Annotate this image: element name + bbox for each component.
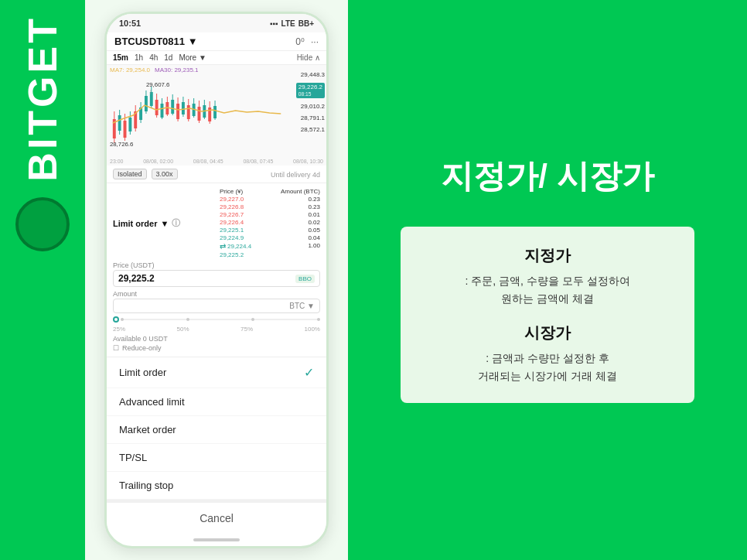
- ob-row-7: ⇄29,224.4 1.00: [220, 242, 320, 251]
- ob-row-1: 29,227.0 0.23: [220, 196, 320, 203]
- time-intervals: 15m 1h 4h 1d More ▼ Hide ∧: [107, 51, 326, 65]
- interval-4h[interactable]: 4h: [149, 53, 158, 62]
- limit-order-desc: : 주문, 금액, 수량을 모두 설정하여 원하는 금액에 체결: [424, 272, 671, 307]
- interval-1d[interactable]: 1d: [164, 53, 172, 62]
- phone-mockup: 10:51 ▪▪▪ LTE BB+ BTCUSDT0811 ▼ 0⁰ ··· 1…: [104, 12, 329, 548]
- svg-rect-33: [167, 113, 168, 116]
- order-form: Limit order ▼ ⓘ Price (¥) Amount (BTC) 2…: [107, 183, 326, 357]
- price-labels-right: 29,448.3 29,226.208:15 29,010.2 28,791.1…: [296, 71, 325, 133]
- candle-icon: 0⁰: [295, 36, 305, 47]
- svg-rect-56: [210, 101, 210, 109]
- checkmark-icon: ✓: [304, 365, 314, 380]
- interval-1h[interactable]: 1h: [135, 53, 143, 62]
- hide-button[interactable]: Hide ∧: [297, 53, 320, 62]
- svg-rect-48: [193, 114, 194, 118]
- limit-order-label[interactable]: Limit order ▼ ⓘ: [113, 217, 180, 229]
- reduce-only-label: Reduce-only: [122, 344, 162, 352]
- reduce-only-row: ☐ Reduce-only: [113, 344, 320, 352]
- progress-label-25: 25%: [113, 326, 125, 333]
- amount-label: Amount: [113, 290, 320, 298]
- svg-rect-51: [199, 119, 200, 123]
- progress-label-75: 75%: [240, 326, 253, 333]
- ob-price-7: ⇄29,224.4: [220, 242, 251, 251]
- svg-rect-10: [128, 118, 131, 131]
- ob-price-5: 29,225.1: [220, 227, 244, 234]
- bottom-sheet-item-market[interactable]: Market order: [107, 416, 326, 444]
- svg-rect-36: [172, 112, 173, 115]
- svg-rect-26: [156, 94, 157, 101]
- left-controls: Isolated 3.00x: [113, 169, 178, 179]
- amount-currency[interactable]: BTC ▼: [289, 302, 315, 310]
- bottom-sheet-item-tpsl[interactable]: TP/SL: [107, 444, 326, 472]
- svg-rect-57: [210, 120, 210, 124]
- svg-rect-15: [135, 127, 136, 131]
- progress-label-50: 50%: [177, 326, 189, 333]
- price-group: Price (USDT) 29,225.2 BBO: [113, 261, 320, 287]
- right-panel: 지정가/ 시장가 지정가 : 주문, 금액, 수량을 모두 설정하여 원하는 금…: [348, 0, 747, 560]
- main-title: 지정가/ 시장가: [441, 157, 653, 196]
- price-label: Price (USDT): [113, 261, 320, 269]
- order-type-bar: Isolated 3.00x Until delivery 4d: [107, 166, 326, 183]
- svg-rect-43: [187, 105, 190, 119]
- ob-row-4: 29,226.4 0.02: [220, 219, 320, 226]
- svg-rect-34: [171, 100, 174, 114]
- svg-rect-40: [182, 102, 185, 114]
- ob-row-6: 29,224.9 0.04: [220, 234, 320, 241]
- limit-order-title: 지정가: [424, 245, 671, 266]
- chart-ma-labels: MA7: 29,254.0 MA30: 29,235.1: [110, 67, 199, 73]
- svg-rect-14: [135, 105, 136, 113]
- bottom-sheet-item-advanced[interactable]: Advanced limit: [107, 388, 326, 416]
- progress-bar[interactable]: [113, 316, 320, 323]
- bottom-sheet-cancel[interactable]: Cancel: [107, 500, 326, 534]
- bottom-sheet: Limit order ✓ Advanced limit Market orde…: [107, 357, 326, 534]
- trading-symbol[interactable]: BTCUSDT0811 ▼: [114, 36, 198, 47]
- market-desc-2: 거래되는 시장가에 거래 체결: [478, 370, 617, 382]
- description-area: 지정가 : 주문, 금액, 수량을 모두 설정하여 원하는 금액에 체결 시장가…: [401, 227, 694, 403]
- interval-15m[interactable]: 15m: [113, 53, 128, 62]
- ob-amount-header: Amount (BTC): [281, 188, 320, 195]
- ob-price-3: 29,226.7: [220, 211, 244, 218]
- svg-rect-28: [161, 104, 164, 118]
- amount-input-row[interactable]: BTC ▼: [113, 299, 320, 313]
- svg-rect-60: [215, 117, 216, 120]
- time-5: 08/08, 10:30: [293, 159, 323, 164]
- svg-rect-21: [145, 110, 146, 114]
- svg-rect-32: [167, 97, 168, 104]
- svg-rect-30: [162, 116, 162, 119]
- delivery-info: Until delivery 4d: [271, 170, 320, 179]
- bottom-sheet-item-trailing[interactable]: Trailing stop: [107, 472, 326, 500]
- more-icon[interactable]: ···: [311, 36, 319, 47]
- ob-amount-2: 0.23: [308, 203, 320, 210]
- bbo-badge[interactable]: BBO: [295, 275, 315, 283]
- svg-rect-45: [188, 118, 189, 121]
- svg-text:29,607.6: 29,607.6: [146, 81, 170, 88]
- svg-rect-12: [130, 131, 131, 135]
- leverage-badge[interactable]: 3.00x: [152, 169, 178, 179]
- lte-indicator: LTE: [281, 19, 295, 28]
- bitget-logo: BITGET: [15, 15, 70, 251]
- market-order-section: 시장가 : 금액과 수량만 설정한 후 거래되는 시장가에 거래 체결: [424, 323, 671, 384]
- limit-order-text: Limit order: [113, 219, 157, 228]
- interval-more[interactable]: More ▼: [179, 53, 206, 62]
- delivery-text: Until delivery: [271, 171, 312, 179]
- svg-rect-18: [141, 119, 142, 123]
- ob-amount-1: 0.23: [308, 196, 320, 203]
- svg-rect-44: [188, 99, 189, 107]
- svg-rect-7: [124, 121, 127, 138]
- ob-amount-4: 0.02: [308, 219, 320, 226]
- svg-rect-35: [172, 94, 173, 101]
- isolated-badge[interactable]: Isolated: [113, 169, 147, 179]
- svg-rect-29: [162, 98, 162, 105]
- bottom-sheet-item-limit[interactable]: Limit order ✓: [107, 357, 326, 388]
- price-input-row[interactable]: 29,225.2 BBO: [113, 270, 320, 287]
- checkbox-icon[interactable]: ☐: [113, 344, 119, 352]
- bottom-sheet-label-limit: Limit order: [119, 367, 166, 378]
- dropdown-arrow: ▼: [160, 219, 169, 228]
- ob-price-1: 29,227.0: [220, 196, 244, 203]
- price-4: 28,791.1: [301, 114, 325, 121]
- svg-rect-59: [215, 101, 216, 108]
- signal-bars: ▪▪▪: [270, 19, 278, 28]
- chart-area: MA7: 29,254.0 MA30: 29,235.1: [107, 65, 326, 166]
- main-content: 10:51 ▪▪▪ LTE BB+ BTCUSDT0811 ▼ 0⁰ ··· 1…: [85, 0, 747, 560]
- bottom-sheet-label-market: Market order: [119, 424, 176, 435]
